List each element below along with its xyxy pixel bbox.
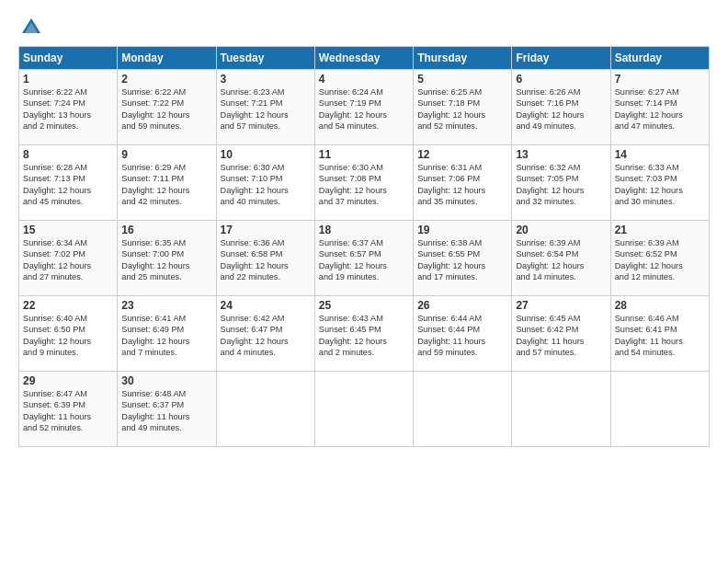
calendar-table: SundayMondayTuesdayWednesdayThursdayFrid…: [18, 46, 710, 447]
cell-info: Sunrise: 6:42 AMSunset: 6:47 PMDaylight:…: [221, 314, 289, 357]
calendar-cell: 3 Sunrise: 6:23 AMSunset: 7:21 PMDayligh…: [216, 70, 314, 145]
day-number: 19: [417, 224, 507, 236]
calendar-cell: 27 Sunrise: 6:45 AMSunset: 6:42 PMDaylig…: [512, 296, 610, 372]
weekday-header-row: SundayMondayTuesdayWednesdayThursdayFrid…: [19, 47, 710, 70]
weekday-header-thursday: Thursday: [414, 47, 512, 70]
day-number: 8: [23, 148, 113, 161]
calendar-week-5: 29 Sunrise: 6:47 AMSunset: 6:39 PMDaylig…: [19, 372, 710, 447]
calendar-cell: [414, 372, 512, 447]
day-number: 14: [615, 148, 705, 161]
day-number: 21: [615, 224, 705, 236]
calendar-cell: 29 Sunrise: 6:47 AMSunset: 6:39 PMDaylig…: [19, 372, 118, 447]
calendar-week-1: 1 Sunrise: 6:22 AMSunset: 7:24 PMDayligh…: [19, 70, 710, 145]
cell-info: Sunrise: 6:29 AMSunset: 7:11 PMDaylight:…: [121, 163, 189, 206]
cell-info: Sunrise: 6:22 AMSunset: 7:24 PMDaylight:…: [23, 87, 91, 131]
cell-info: Sunrise: 6:26 AMSunset: 7:16 PMDaylight:…: [516, 87, 584, 131]
cell-info: Sunrise: 6:45 AMSunset: 6:42 PMDaylight:…: [516, 314, 584, 357]
cell-info: Sunrise: 6:46 AMSunset: 6:41 PMDaylight:…: [615, 314, 683, 357]
cell-info: Sunrise: 6:37 AMSunset: 6:57 PMDaylight:…: [319, 238, 387, 282]
calendar-cell: 10 Sunrise: 6:30 AMSunset: 7:10 PMDaylig…: [216, 145, 314, 221]
day-number: 10: [221, 148, 311, 161]
cell-info: Sunrise: 6:48 AMSunset: 6:37 PMDaylight:…: [121, 389, 189, 432]
cell-info: Sunrise: 6:32 AMSunset: 7:05 PMDaylight:…: [516, 163, 584, 206]
day-number: 12: [417, 148, 507, 161]
day-number: 9: [121, 148, 211, 161]
day-number: 27: [516, 299, 606, 312]
cell-info: Sunrise: 6:27 AMSunset: 7:14 PMDaylight:…: [615, 87, 683, 131]
day-number: 11: [319, 148, 409, 161]
day-number: 24: [221, 299, 311, 312]
weekday-header-sunday: Sunday: [19, 47, 118, 70]
cell-info: Sunrise: 6:28 AMSunset: 7:13 PMDaylight:…: [23, 163, 91, 206]
day-number: 1: [23, 73, 113, 86]
calendar-cell: 16 Sunrise: 6:35 AMSunset: 7:00 PMDaylig…: [118, 221, 216, 296]
calendar-cell: [610, 372, 709, 447]
cell-info: Sunrise: 6:47 AMSunset: 6:39 PMDaylight:…: [23, 389, 91, 432]
day-number: 2: [121, 73, 211, 86]
calendar-page: SundayMondayTuesdayWednesdayThursdayFrid…: [0, 0, 728, 563]
day-number: 16: [121, 224, 211, 236]
calendar-week-2: 8 Sunrise: 6:28 AMSunset: 7:13 PMDayligh…: [19, 145, 710, 221]
calendar-cell: 23 Sunrise: 6:41 AMSunset: 6:49 PMDaylig…: [118, 296, 216, 372]
calendar-cell: 18 Sunrise: 6:37 AMSunset: 6:57 PMDaylig…: [314, 221, 413, 296]
calendar-cell: 22 Sunrise: 6:40 AMSunset: 6:50 PMDaylig…: [19, 296, 118, 372]
calendar-cell: 7 Sunrise: 6:27 AMSunset: 7:14 PMDayligh…: [610, 70, 709, 145]
logo-icon: [18, 15, 44, 40]
day-number: 23: [121, 299, 211, 312]
calendar-cell: 2 Sunrise: 6:22 AMSunset: 7:22 PMDayligh…: [118, 70, 216, 145]
calendar-cell: 26 Sunrise: 6:44 AMSunset: 6:44 PMDaylig…: [414, 296, 512, 372]
cell-info: Sunrise: 6:34 AMSunset: 7:02 PMDaylight:…: [23, 238, 91, 282]
cell-info: Sunrise: 6:22 AMSunset: 7:22 PMDaylight:…: [121, 87, 189, 131]
calendar-cell: 11 Sunrise: 6:30 AMSunset: 7:08 PMDaylig…: [314, 145, 413, 221]
day-number: 20: [516, 224, 606, 236]
day-number: 4: [319, 73, 409, 86]
cell-info: Sunrise: 6:24 AMSunset: 7:19 PMDaylight:…: [319, 87, 387, 131]
calendar-cell: 21 Sunrise: 6:39 AMSunset: 6:52 PMDaylig…: [610, 221, 709, 296]
weekday-header-monday: Monday: [118, 47, 216, 70]
calendar-cell: 17 Sunrise: 6:36 AMSunset: 6:58 PMDaylig…: [216, 221, 314, 296]
calendar-cell: [314, 372, 413, 447]
cell-info: Sunrise: 6:30 AMSunset: 7:10 PMDaylight:…: [221, 163, 289, 206]
calendar-cell: 6 Sunrise: 6:26 AMSunset: 7:16 PMDayligh…: [512, 70, 610, 145]
cell-info: Sunrise: 6:39 AMSunset: 6:54 PMDaylight:…: [516, 238, 584, 282]
calendar-cell: 12 Sunrise: 6:31 AMSunset: 7:06 PMDaylig…: [414, 145, 512, 221]
day-number: 3: [221, 73, 311, 86]
calendar-cell: 13 Sunrise: 6:32 AMSunset: 7:05 PMDaylig…: [512, 145, 610, 221]
day-number: 17: [221, 224, 311, 236]
calendar-cell: [216, 372, 314, 447]
day-number: 26: [417, 299, 507, 312]
calendar-cell: 1 Sunrise: 6:22 AMSunset: 7:24 PMDayligh…: [19, 70, 118, 145]
calendar-cell: 8 Sunrise: 6:28 AMSunset: 7:13 PMDayligh…: [19, 145, 118, 221]
weekday-header-tuesday: Tuesday: [216, 47, 314, 70]
calendar-cell: 9 Sunrise: 6:29 AMSunset: 7:11 PMDayligh…: [118, 145, 216, 221]
day-number: 13: [516, 148, 606, 161]
cell-info: Sunrise: 6:33 AMSunset: 7:03 PMDaylight:…: [615, 163, 683, 206]
day-number: 18: [319, 224, 409, 236]
calendar-week-3: 15 Sunrise: 6:34 AMSunset: 7:02 PMDaylig…: [19, 221, 710, 296]
calendar-cell: [512, 372, 610, 447]
calendar-cell: 20 Sunrise: 6:39 AMSunset: 6:54 PMDaylig…: [512, 221, 610, 296]
calendar-cell: 28 Sunrise: 6:46 AMSunset: 6:41 PMDaylig…: [610, 296, 709, 372]
calendar-cell: 4 Sunrise: 6:24 AMSunset: 7:19 PMDayligh…: [314, 70, 413, 145]
cell-info: Sunrise: 6:43 AMSunset: 6:45 PMDaylight:…: [319, 314, 387, 357]
day-number: 25: [319, 299, 409, 312]
cell-info: Sunrise: 6:36 AMSunset: 6:58 PMDaylight:…: [221, 238, 289, 282]
cell-info: Sunrise: 6:40 AMSunset: 6:50 PMDaylight:…: [23, 314, 91, 357]
day-number: 7: [615, 73, 705, 86]
day-number: 6: [516, 73, 606, 86]
cell-info: Sunrise: 6:41 AMSunset: 6:49 PMDaylight:…: [121, 314, 189, 357]
calendar-cell: 30 Sunrise: 6:48 AMSunset: 6:37 PMDaylig…: [118, 372, 216, 447]
day-number: 28: [615, 299, 705, 312]
calendar-cell: 15 Sunrise: 6:34 AMSunset: 7:02 PMDaylig…: [19, 221, 118, 296]
cell-info: Sunrise: 6:30 AMSunset: 7:08 PMDaylight:…: [319, 163, 387, 206]
calendar-cell: 19 Sunrise: 6:38 AMSunset: 6:55 PMDaylig…: [414, 221, 512, 296]
weekday-header-friday: Friday: [512, 47, 610, 70]
cell-info: Sunrise: 6:44 AMSunset: 6:44 PMDaylight:…: [417, 314, 485, 357]
cell-info: Sunrise: 6:25 AMSunset: 7:18 PMDaylight:…: [417, 87, 485, 131]
cell-info: Sunrise: 6:31 AMSunset: 7:06 PMDaylight:…: [417, 163, 485, 206]
weekday-header-saturday: Saturday: [610, 47, 709, 70]
cell-info: Sunrise: 6:35 AMSunset: 7:00 PMDaylight:…: [121, 238, 189, 282]
day-number: 5: [417, 73, 507, 86]
day-number: 29: [23, 374, 113, 387]
calendar-cell: 14 Sunrise: 6:33 AMSunset: 7:03 PMDaylig…: [610, 145, 709, 221]
